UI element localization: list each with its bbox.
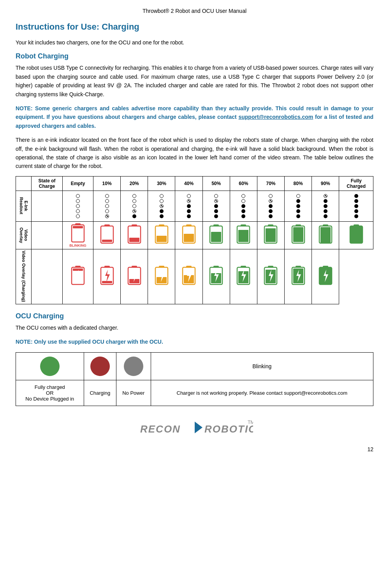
voc-60 [230, 249, 257, 304]
robot-charging-title: Robot Charging [16, 52, 373, 60]
vo-full [339, 221, 373, 249]
vo-10 [93, 221, 121, 249]
col-60: 60% [230, 176, 257, 191]
col-full: FullyCharged [339, 176, 373, 191]
eink-50 [202, 191, 230, 221]
svg-rect-23 [266, 228, 276, 242]
voc-80 [285, 249, 312, 304]
svg-marker-39 [105, 270, 110, 282]
voc-10 [93, 249, 121, 304]
svg-rect-2 [73, 226, 83, 228]
logo-area: RECON ROBOTICS TM [16, 418, 373, 438]
eink-70 [257, 191, 284, 221]
svg-rect-26 [293, 227, 303, 242]
col-40: 40% [175, 176, 202, 191]
ocu-red-cell [84, 353, 116, 380]
voc-full [312, 249, 339, 304]
ocu-red-circle [90, 357, 110, 376]
main-section-title: Instructions for Use: Charging [16, 22, 373, 32]
vo-70 [257, 221, 284, 249]
svg-rect-5 [102, 240, 112, 242]
voc-empty [62, 249, 93, 304]
vo-80 [285, 221, 312, 249]
eink-60 [230, 191, 257, 221]
ocu-green-circle [40, 357, 60, 376]
ocu-charging-label: Charging [84, 380, 116, 406]
video-overlay-label [32, 221, 63, 249]
video-overlay-header: VideoOverlay [16, 221, 32, 249]
svg-text:TM: TM [248, 420, 253, 425]
svg-rect-11 [157, 236, 167, 242]
eink-row-header: E-InkReadout [16, 191, 32, 221]
vo-60 [230, 221, 257, 249]
ocu-green-cell [16, 353, 84, 380]
charge-state-table: State ofCharge Empty 10% 20% 30% 40% 50%… [16, 176, 373, 304]
col-30: 30% [148, 176, 175, 191]
voc-40 [175, 249, 202, 304]
voc-label-cell [32, 249, 63, 304]
ocu-blinking-label: Blinking [153, 363, 371, 369]
svg-rect-34 [73, 268, 83, 271]
robot-charging-body: The robot uses USB Type C connectivity f… [16, 64, 373, 99]
page-header: Throwbot® 2 Robot and OCU User Manual [16, 8, 373, 14]
blinking-label: BLINKING [69, 244, 86, 247]
ocu-no-power-label: No Power [116, 380, 151, 406]
ocu-body: The OCU comes with a dedicated charger. [16, 323, 373, 332]
vo-20 [121, 221, 148, 249]
intro-paragraph: Your kit includes two chargers, one for … [16, 38, 373, 47]
ocu-gray-circle [124, 357, 143, 376]
svg-rect-20 [238, 230, 248, 242]
col-10: 10% [93, 176, 121, 191]
col-empty: Empty [62, 176, 93, 191]
svg-rect-14 [184, 234, 194, 242]
vo-30 [148, 221, 175, 249]
header-title: Throwbot® 2 Robot and OCU User Manual [143, 8, 246, 14]
col-90: 90% [312, 176, 339, 191]
svg-rect-17 [211, 232, 221, 242]
eink-20 [121, 191, 148, 221]
ocu-note: NOTE: Only use the supplied OCU charger … [16, 337, 373, 346]
svg-rect-38 [102, 281, 112, 283]
voc-70 [257, 249, 284, 304]
svg-rect-8 [129, 238, 139, 242]
vo-empty: BLINKING [62, 221, 93, 249]
svg-text:RECON: RECON [140, 423, 181, 435]
eink-full [339, 191, 373, 221]
eink-10 [93, 191, 121, 221]
vo-90 [312, 221, 339, 249]
ocu-charging-title: OCU Charging [16, 312, 373, 320]
ocu-indicator-table: Blinking Fully chargedORNo Device Plugge… [16, 352, 373, 406]
svg-rect-31 [350, 226, 363, 243]
eink-paragraph: There is an e-ink indicator located on t… [16, 136, 373, 171]
ocu-blinking-cell: Blinking [151, 353, 373, 380]
svg-marker-72 [195, 422, 202, 433]
svg-marker-35 [76, 270, 81, 282]
voc-50 [202, 249, 230, 304]
ocu-gray-cell [116, 353, 151, 380]
svg-rect-29 [320, 227, 331, 243]
svg-text:ROBOTICS: ROBOTICS [204, 423, 253, 435]
col-70: 70% [257, 176, 284, 191]
page-number: 12 [16, 446, 373, 452]
voc-30 [148, 249, 175, 304]
vo-40 [175, 221, 202, 249]
support-email[interactable]: support@reconrobotics.com [238, 114, 313, 120]
eink-30 [148, 191, 175, 221]
voc-20 [121, 249, 148, 304]
note-paragraph: NOTE: Some generic chargers and cables a… [16, 104, 373, 130]
eink-empty [62, 191, 93, 221]
video-overlay-charging-header: Video Overlay (Charging) [16, 249, 32, 304]
col-80: 80% [285, 176, 312, 191]
eink-80 [285, 191, 312, 221]
eink-label-cell [32, 191, 63, 221]
eink-90 [312, 191, 339, 221]
ocu-fully-charged-label: Fully chargedORNo Device Plugged in [16, 380, 84, 406]
vo-50 [202, 221, 230, 249]
ocu-not-working-label: Charger is not working properly. Please … [151, 380, 373, 406]
col-20: 20% [121, 176, 148, 191]
col-50: 50% [202, 176, 230, 191]
recon-robotics-logo: RECON ROBOTICS TM [136, 418, 253, 437]
eink-40 [175, 191, 202, 221]
col-state-of-charge: State ofCharge [32, 176, 63, 191]
